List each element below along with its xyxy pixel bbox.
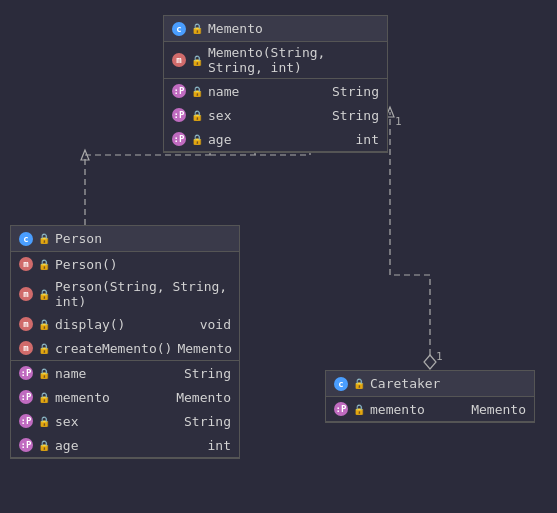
- pf1-lock: 🔒: [38, 392, 50, 403]
- pf3-lock: 🔒: [38, 440, 50, 451]
- list-item: :P 🔒 memento Memento: [326, 397, 534, 421]
- pm0-name: Person(): [55, 257, 231, 272]
- field-icon-1: :P: [172, 108, 186, 122]
- field-type-2: int: [356, 132, 379, 147]
- svg-text:1: 1: [436, 350, 443, 363]
- pf2-name: sex: [55, 414, 179, 429]
- caretaker-title: Caretaker: [370, 376, 440, 391]
- field-name-2: age: [208, 132, 351, 147]
- field-icon-0: :P: [172, 84, 186, 98]
- field-icon-2: :P: [172, 132, 186, 146]
- caretaker-class-icon: c: [334, 377, 348, 391]
- memento-constructor-name: Memento(String, String, int): [208, 45, 379, 75]
- field-type-0: String: [332, 84, 379, 99]
- person-header: c 🔒 Person: [11, 226, 239, 252]
- pm2-lock: 🔒: [38, 319, 50, 330]
- pm0-lock: 🔒: [38, 259, 50, 270]
- list-item: m 🔒 display() void: [11, 312, 239, 336]
- memento-constructor-icon: m: [172, 53, 186, 67]
- pf1-icon: :P: [19, 390, 33, 404]
- pf3-name: age: [55, 438, 203, 453]
- memento-title: Memento: [208, 21, 263, 36]
- pm1-icon: m: [19, 287, 33, 301]
- pm3-name: createMemento(): [55, 341, 172, 356]
- cf0-icon: :P: [334, 402, 348, 416]
- field-lock-0: 🔒: [191, 86, 203, 97]
- list-item: :P 🔒 sex String: [164, 103, 387, 127]
- person-methods: m 🔒 Person() m 🔒 Person(String, String, …: [11, 252, 239, 361]
- field-type-1: String: [332, 108, 379, 123]
- person-title: Person: [55, 231, 102, 246]
- pm3-lock: 🔒: [38, 343, 50, 354]
- list-item: :P 🔒 memento Memento: [11, 385, 239, 409]
- pf3-icon: :P: [19, 438, 33, 452]
- cf0-lock: 🔒: [353, 404, 365, 415]
- pf0-lock: 🔒: [38, 368, 50, 379]
- pm3-icon: m: [19, 341, 33, 355]
- field-lock-1: 🔒: [191, 110, 203, 121]
- memento-fields: :P 🔒 name String :P 🔒 sex String :P 🔒 ag…: [164, 79, 387, 152]
- list-item: m 🔒 Memento(String, String, int): [164, 42, 387, 78]
- caretaker-header: c 🔒 Caretaker: [326, 371, 534, 397]
- pm1-lock: 🔒: [38, 289, 50, 300]
- pf1-name: memento: [55, 390, 171, 405]
- person-lock-icon: 🔒: [38, 233, 50, 244]
- pf0-icon: :P: [19, 366, 33, 380]
- memento-class: c 🔒 Memento m 🔒 Memento(String, String, …: [163, 15, 388, 153]
- list-item: :P 🔒 sex String: [11, 409, 239, 433]
- pm2-type: void: [200, 317, 231, 332]
- field-lock-2: 🔒: [191, 134, 203, 145]
- list-item: m 🔒 Person(): [11, 252, 239, 276]
- list-item: :P 🔒 name String: [164, 79, 387, 103]
- pf2-type: String: [184, 414, 231, 429]
- person-class: c 🔒 Person m 🔒 Person() m 🔒 Person(Strin…: [10, 225, 240, 459]
- pf1-type: Memento: [176, 390, 231, 405]
- pm3-type: Memento: [177, 341, 232, 356]
- pf2-lock: 🔒: [38, 416, 50, 427]
- caretaker-lock-icon: 🔒: [353, 378, 365, 389]
- pm1-name: Person(String, String, int): [55, 279, 231, 309]
- caretaker-class: c 🔒 Caretaker :P 🔒 memento Memento: [325, 370, 535, 423]
- caretaker-fields: :P 🔒 memento Memento: [326, 397, 534, 422]
- pf0-name: name: [55, 366, 179, 381]
- svg-marker-1: [81, 150, 89, 160]
- pf3-type: int: [208, 438, 231, 453]
- list-item: m 🔒 Person(String, String, int): [11, 276, 239, 312]
- memento-header: c 🔒 Memento: [164, 16, 387, 42]
- pm2-icon: m: [19, 317, 33, 331]
- person-fields: :P 🔒 name String :P 🔒 memento Memento :P…: [11, 361, 239, 458]
- memento-lock-icon: 🔒: [191, 23, 203, 34]
- cf0-type: Memento: [471, 402, 526, 417]
- list-item: m 🔒 createMemento() Memento: [11, 336, 239, 360]
- person-class-icon: c: [19, 232, 33, 246]
- memento-constructor-lock: 🔒: [191, 55, 203, 66]
- field-name-1: sex: [208, 108, 327, 123]
- cf0-name: memento: [370, 402, 466, 417]
- field-name-0: name: [208, 84, 327, 99]
- pm2-name: display(): [55, 317, 195, 332]
- pm0-icon: m: [19, 257, 33, 271]
- svg-text:1: 1: [395, 115, 402, 128]
- list-item: :P 🔒 age int: [11, 433, 239, 457]
- svg-marker-16: [424, 355, 436, 369]
- memento-methods: m 🔒 Memento(String, String, int): [164, 42, 387, 79]
- pf0-type: String: [184, 366, 231, 381]
- list-item: :P 🔒 age int: [164, 127, 387, 151]
- pf2-icon: :P: [19, 414, 33, 428]
- list-item: :P 🔒 name String: [11, 361, 239, 385]
- memento-class-icon: c: [172, 22, 186, 36]
